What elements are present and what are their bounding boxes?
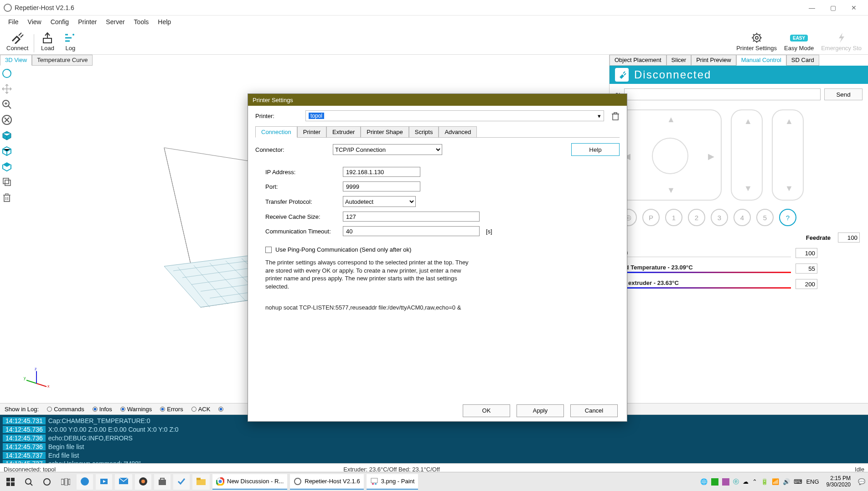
fit-view-icon[interactable] <box>1 114 13 126</box>
taskbar-store[interactable] <box>154 474 170 490</box>
cortana-icon[interactable] <box>39 474 55 490</box>
arrow-right-icon[interactable]: ▶ <box>708 151 714 161</box>
taskbar-movies[interactable] <box>96 474 112 490</box>
tray-icon[interactable] <box>722 478 729 486</box>
menu-server[interactable]: Server <box>101 16 129 27</box>
e-down-icon[interactable]: ▼ <box>785 184 793 193</box>
dlg-tab-shape[interactable]: Printer Shape <box>361 126 409 138</box>
taskbar-edge[interactable] <box>77 474 93 490</box>
dlg-tab-connection[interactable]: Connection <box>255 126 297 138</box>
load-button[interactable]: Load <box>36 30 59 52</box>
menu-view[interactable]: View <box>23 16 46 27</box>
preset-p[interactable]: P <box>642 209 660 226</box>
tab-3d-view[interactable]: 3D View <box>0 55 32 66</box>
taskbar-app1[interactable] <box>135 474 151 490</box>
filter-errors[interactable]: Errors <box>160 406 183 413</box>
preset-3[interactable]: 3 <box>711 209 728 226</box>
taskbar-explorer[interactable] <box>192 474 210 490</box>
search-icon[interactable] <box>21 474 36 490</box>
tray-wifi-icon[interactable]: 📶 <box>772 478 779 485</box>
tray-clock[interactable]: 2:15 PM 9/30/2020 <box>823 475 854 487</box>
apply-button[interactable]: Apply <box>517 404 564 417</box>
log-panel[interactable]: 14:12:45.731Cap:CHAMBER_TEMPERATURE:0 14… <box>0 415 868 463</box>
start-button[interactable] <box>3 474 18 490</box>
printer-settings-button[interactable]: Printer Settings <box>733 30 780 52</box>
send-button[interactable]: Send <box>824 88 863 100</box>
tray-volume-icon[interactable]: 🔊 <box>783 478 790 485</box>
tab-manual-control[interactable]: Manual Control <box>736 55 786 66</box>
protocol-select[interactable]: Autodetect <box>343 196 416 207</box>
tray-icon[interactable]: ☁ <box>743 478 749 485</box>
dlg-tab-extruder[interactable]: Extruder <box>326 126 361 138</box>
tray-notifications-icon[interactable]: 💬 <box>858 478 865 485</box>
dlg-tab-advanced[interactable]: Advanced <box>439 126 477 138</box>
move-view-icon[interactable] <box>1 83 13 95</box>
taskbar-repetier[interactable]: Repetier-Host V2.1.6 <box>290 474 363 490</box>
tray-keyboard-icon[interactable]: ⌨ <box>794 478 802 485</box>
tray-icon[interactable] <box>711 478 718 486</box>
pingpong-checkbox[interactable] <box>265 247 272 253</box>
log-button[interactable]: Log <box>59 30 82 52</box>
menu-config[interactable]: Config <box>46 16 73 27</box>
easy-mode-button[interactable]: EASY Easy Mode <box>780 30 817 52</box>
tray-chevron-up-icon[interactable]: ⌃ <box>752 478 757 485</box>
tab-temperature-curve[interactable]: Temperature Curve <box>32 55 93 66</box>
help-button[interactable]: Help <box>571 143 620 156</box>
taskview-icon[interactable] <box>57 474 74 490</box>
emergency-stop-button[interactable]: Emergency Sto <box>817 30 865 52</box>
fan-input[interactable] <box>796 248 817 258</box>
jog-xy-pad[interactable]: ▲ ▼ ◀ ▶ <box>617 109 722 201</box>
parallel-proj-icon[interactable] <box>1 176 13 188</box>
jog-z-pad[interactable]: ▲ ▼ <box>731 109 763 201</box>
menu-help[interactable]: Help <box>153 16 176 27</box>
dlg-tab-printer[interactable]: Printer <box>297 126 326 138</box>
extruder-temp-input[interactable] <box>796 279 817 289</box>
tab-object-placement[interactable]: Object Placement <box>610 55 666 66</box>
gcode-input[interactable] <box>624 88 821 100</box>
jog-extruder-pad[interactable]: ▲ ▼ <box>772 109 804 201</box>
bed-temp-input[interactable] <box>796 264 817 274</box>
z-up-icon[interactable]: ▲ <box>744 117 752 126</box>
filter-ack[interactable]: ACK <box>191 406 211 413</box>
tab-sd-card[interactable]: SD Card <box>786 55 819 66</box>
filter-extra[interactable] <box>218 407 223 412</box>
tray-icon[interactable]: 🌐 <box>700 478 708 485</box>
tray-icon[interactable]: ⓔ <box>733 478 739 486</box>
menu-file[interactable]: File <box>4 16 23 27</box>
cache-size-input[interactable] <box>343 212 480 222</box>
maximize-button[interactable]: ▢ <box>822 1 843 15</box>
tray-language[interactable]: ENG <box>806 478 819 485</box>
filter-infos[interactable]: Infos <box>93 406 112 413</box>
zoom-icon[interactable] <box>1 98 13 110</box>
rotate-view-icon[interactable] <box>1 67 13 79</box>
clear-icon[interactable] <box>1 191 13 203</box>
filter-warnings[interactable]: Warnings <box>120 406 152 413</box>
menu-printer[interactable]: Printer <box>73 16 101 27</box>
taskbar-mail[interactable] <box>115 474 132 490</box>
arrow-down-icon[interactable]: ▼ <box>667 186 675 195</box>
minimize-button[interactable]: — <box>801 1 822 15</box>
front-view-icon[interactable] <box>1 145 13 157</box>
connect-button[interactable]: Connect <box>3 30 32 52</box>
preset-2[interactable]: 2 <box>688 209 705 226</box>
close-button[interactable]: ✕ <box>843 1 864 15</box>
delete-printer-icon[interactable] <box>611 112 620 120</box>
preset-1[interactable]: 1 <box>665 209 682 226</box>
ok-button[interactable]: OK <box>463 404 510 417</box>
dlg-tab-scripts[interactable]: Scripts <box>409 126 439 138</box>
taskbar-chrome[interactable]: New Discussion - R... <box>212 474 287 490</box>
printer-select[interactable]: topol ▾ <box>305 110 604 121</box>
feedrate-input[interactable] <box>838 233 860 243</box>
e-up-icon[interactable]: ▲ <box>785 117 793 126</box>
z-down-icon[interactable]: ▼ <box>744 184 752 193</box>
connector-select[interactable]: TCP/IP Connection <box>333 144 442 155</box>
tab-print-preview[interactable]: Print Preview <box>691 55 736 66</box>
tab-slicer[interactable]: Slicer <box>666 55 692 66</box>
tray-battery-icon[interactable]: 🔋 <box>761 478 768 485</box>
preset-4[interactable]: 4 <box>734 209 751 226</box>
arrow-up-icon[interactable]: ▲ <box>667 115 675 124</box>
port-input[interactable] <box>343 181 420 191</box>
preset-help[interactable]: ? <box>779 209 796 226</box>
menu-tools[interactable]: Tools <box>129 16 154 27</box>
timeout-input[interactable] <box>343 226 480 236</box>
